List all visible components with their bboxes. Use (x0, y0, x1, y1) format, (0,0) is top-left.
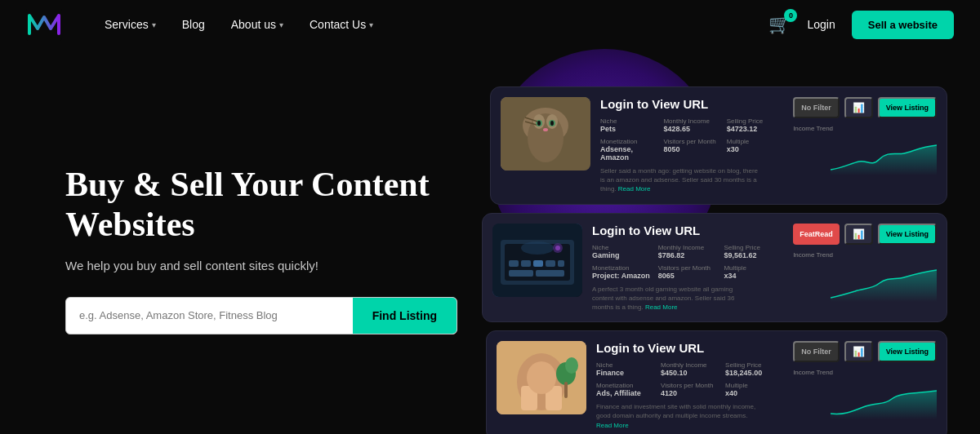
search-bar: Find Listing (65, 297, 457, 334)
nav-about[interactable]: About us ▾ (221, 11, 293, 38)
card-url-label: Login to View URL (600, 97, 783, 111)
card-content: Login to View URL Niche Finance Monthly … (596, 341, 783, 430)
nav-links: Services ▾ Blog About us ▾ Contact Us ▾ (95, 11, 768, 38)
svg-point-39 (521, 241, 554, 255)
nav-contact[interactable]: Contact Us ▾ (300, 11, 383, 38)
about-chevron-icon: ▾ (279, 20, 283, 29)
card-buttons: No Filter 📊 View Listing (793, 341, 937, 362)
listing-card: Login to View URL Niche Gaming Monthly I… (482, 213, 947, 323)
svg-point-19 (528, 113, 564, 162)
hero-subtext: We help you buy and sell content sites q… (65, 259, 490, 272)
about-label: About us (231, 18, 276, 31)
find-listing-button[interactable]: Find Listing (353, 298, 457, 334)
read-more-link[interactable]: Read More (596, 422, 629, 429)
card-buttons: FeatRead 📊 View Listing (793, 224, 937, 245)
hero-right: Login to View URL Niche Pets Monthly Inc… (490, 78, 931, 421)
card-actions: No Filter 📊 View Listing Income Trend (793, 341, 937, 419)
svg-point-48 (565, 357, 578, 374)
card-meta: Niche Pets Monthly Income $428.65 Sellin… (600, 117, 783, 162)
blog-label: Blog (182, 18, 205, 31)
read-more-link[interactable]: Read More (618, 185, 651, 193)
sell-website-button[interactable]: Sell a website (852, 11, 954, 39)
listing-card: Login to View URL Niche Pets Monthly Inc… (490, 86, 947, 205)
card-meta: Niche Gaming Monthly Income $786.82 Sell… (592, 244, 783, 280)
card-url-label: Login to View URL (592, 224, 783, 237)
card-content: Login to View URL Niche Gaming Monthly I… (592, 224, 783, 312)
card-buttons: No Filter 📊 View Listing (793, 97, 937, 118)
income-trend-label: Income Trend (793, 251, 833, 259)
cart-badge: 0 (784, 9, 797, 22)
svg-point-26 (543, 128, 548, 131)
featured-button[interactable]: FeatRead (793, 224, 840, 245)
chart-button[interactable]: 📊 (844, 341, 873, 362)
card-meta: Niche Finance Monthly Income $450.10 Sel… (596, 361, 783, 397)
card-content: Login to View URL Niche Pets Monthly Inc… (600, 97, 783, 194)
svg-rect-49 (564, 382, 568, 398)
card-description: A perfect 3 month old gaming website all… (592, 285, 755, 312)
services-chevron-icon: ▾ (152, 20, 156, 29)
navbar: Services ▾ Blog About us ▾ Contact Us ▾ … (0, 0, 980, 49)
svg-rect-35 (546, 260, 555, 267)
card-url-label: Login to View URL (596, 341, 783, 355)
svg-point-41 (555, 246, 560, 250)
cart-button[interactable]: 🛒 0 (768, 14, 791, 35)
svg-rect-0 (26, 7, 62, 42)
income-trend-label: Income Trend (793, 369, 833, 376)
hero-heading: Buy & Sell Your Content Websites (65, 165, 490, 244)
contact-label: Contact Us (310, 18, 366, 31)
svg-rect-32 (509, 260, 519, 267)
hero-left: Buy & Sell Your Content Websites We help… (65, 165, 490, 334)
svg-rect-37 (509, 270, 533, 277)
chart-button[interactable]: 📊 (844, 97, 873, 118)
view-listing-button[interactable]: View Listing (878, 97, 937, 118)
hero-section: Buy & Sell Your Content Websites We help… (0, 49, 980, 434)
view-listing-button[interactable]: View Listing (878, 341, 937, 362)
card-description: Finance and investment site with solid m… (596, 402, 760, 430)
search-input[interactable] (66, 298, 353, 333)
listing-card: Login to View URL Niche Finance Monthly … (486, 330, 947, 434)
card-description: Seller said a month ago: getting website… (600, 166, 764, 194)
card-thumbnail (501, 97, 590, 170)
income-trend-label: Income Trend (793, 125, 833, 132)
card-actions: FeatRead 📊 View Listing Income Trend (793, 224, 937, 302)
listing-cards-stack: Login to View URL Niche Pets Monthly Inc… (490, 86, 947, 434)
svg-rect-34 (533, 260, 543, 267)
svg-rect-36 (558, 260, 564, 267)
svg-point-25 (550, 121, 554, 126)
filter-button[interactable]: No Filter (793, 341, 840, 362)
view-listing-button[interactable]: View Listing (878, 224, 937, 245)
read-more-link[interactable]: Read More (645, 303, 678, 311)
svg-point-24 (537, 121, 541, 126)
svg-rect-38 (536, 270, 564, 277)
nav-services[interactable]: Services ▾ (95, 11, 166, 38)
income-trend-chart (831, 139, 937, 175)
income-trend-chart (831, 265, 937, 302)
login-button[interactable]: Login (807, 18, 835, 31)
svg-point-46 (527, 361, 556, 394)
card-thumbnail (492, 224, 582, 297)
card-thumbnail (497, 341, 586, 414)
chart-button[interactable]: 📊 (844, 224, 873, 245)
filter-button[interactable]: No Filter (793, 97, 840, 118)
nav-blog[interactable]: Blog (172, 11, 215, 38)
card-actions: No Filter 📊 View Listing Income Trend (793, 97, 937, 175)
income-trend-chart (831, 383, 937, 419)
svg-rect-33 (521, 260, 531, 267)
logo[interactable] (26, 7, 62, 42)
nav-right: 🛒 0 Login Sell a website (768, 11, 954, 39)
contact-chevron-icon: ▾ (369, 20, 373, 29)
services-label: Services (105, 18, 149, 31)
